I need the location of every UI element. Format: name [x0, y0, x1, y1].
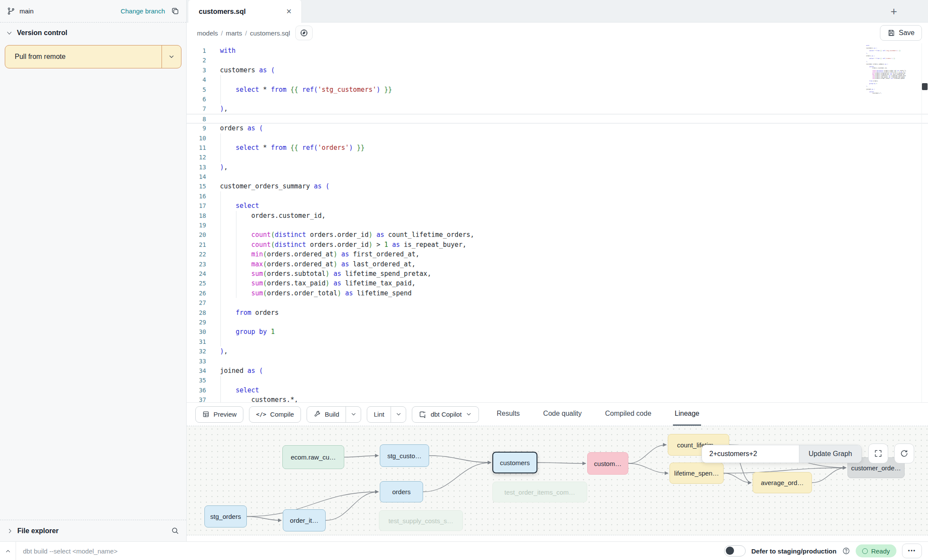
lineage-node-stg-orders[interactable]: stg_orders [204, 505, 247, 528]
panel-tab-compiled-code[interactable]: Compiled code [603, 403, 653, 426]
code-token: customers [220, 66, 255, 74]
code-line[interactable]: 25 sum(orders.tax_paid) as lifetime_tax_… [187, 278, 928, 288]
code-line[interactable]: 9orders as ( [187, 123, 928, 133]
code-line[interactable]: 8 [187, 114, 928, 123]
status-badge[interactable]: Ready [856, 544, 896, 557]
panel-tab-code-quality[interactable]: Code quality [541, 403, 583, 426]
line-code: select * from {{ ref('orders') }} [211, 143, 365, 152]
compile-button[interactable]: </> Compile [249, 406, 301, 423]
command-input[interactable]: dbt build --select <model_name> [23, 547, 724, 555]
lineage-node-average-order[interactable]: average_ord… [753, 472, 812, 493]
code-line[interactable]: 27 [187, 298, 928, 308]
copilot-compass-button[interactable] [295, 26, 313, 40]
code-line[interactable]: 6 [187, 94, 928, 104]
more-options-button[interactable]: ••• [902, 544, 922, 558]
lineage-node-customers-mart[interactable]: custom… [587, 452, 628, 475]
build-button[interactable]: Build [307, 406, 361, 423]
line-number: 31 [187, 337, 211, 346]
code-line[interactable]: 12 [187, 152, 928, 162]
copy-icon[interactable] [171, 7, 179, 15]
code-line[interactable]: 14 [187, 172, 928, 181]
pull-from-remote-button[interactable]: Pull from remote [5, 45, 181, 68]
minimap[interactable]: withcustomers as ( select * from {{ ref(… [866, 45, 906, 149]
pull-options-chevron[interactable] [162, 53, 181, 60]
breadcrumb-item[interactable]: marts [226, 29, 243, 37]
code-line[interactable]: 28 from orders [187, 308, 928, 317]
code-token [866, 92, 872, 94]
code-line[interactable]: 31 [187, 337, 928, 346]
code-token: , [224, 163, 228, 171]
code-line[interactable]: 11 select * from {{ ref('orders') }} [187, 143, 928, 152]
code-line[interactable]: 37 customers.*, [187, 395, 928, 403]
code-line[interactable]: 22 min(orders.ordered_at) as first_order… [187, 249, 928, 259]
code-line[interactable]: 5 select * from {{ ref('stg_customers') … [187, 85, 928, 94]
lineage-node-order-items[interactable]: order_it… [283, 509, 326, 531]
code-line[interactable]: 35 [187, 375, 928, 385]
code-line[interactable]: 36 select [187, 385, 928, 395]
dbt-copilot-button[interactable]: dbt Copilot [412, 406, 479, 423]
change-branch-link[interactable]: Change branch [120, 7, 165, 15]
fullscreen-button[interactable] [868, 443, 888, 463]
breadcrumb-item[interactable]: customers.sql [250, 29, 290, 37]
refresh-button[interactable] [894, 443, 914, 463]
code-line[interactable]: 10 [187, 133, 928, 143]
code-line[interactable]: 2 [187, 55, 928, 65]
lineage-graph[interactable]: 2+customers+2 Update Graph ecom.raw_cu…s… [187, 426, 928, 535]
build-options-chevron[interactable] [346, 407, 361, 422]
code-line[interactable]: 13), [187, 162, 928, 172]
code-line[interactable]: 15customer_orders_summary as ( [187, 181, 928, 191]
code-line[interactable]: 18 orders.customer_id, [187, 211, 928, 220]
help-icon[interactable] [842, 547, 850, 555]
code-line[interactable]: 20 count(distinct orders.order_id) as co… [187, 230, 928, 240]
lineage-node-test-order-items[interactable]: test_order_items_com… [492, 482, 587, 502]
code-line[interactable]: 29 [187, 317, 928, 327]
code-line[interactable]: 33 [187, 356, 928, 366]
code-line[interactable]: 30 group by 1 [187, 327, 928, 337]
lint-button[interactable]: Lint [367, 406, 406, 423]
code-line[interactable]: 26 sum(orders.order_total) as lifetime_s… [187, 288, 928, 298]
lineage-node-lifetime-spend[interactable]: lifetime_spen… [669, 463, 724, 484]
lineage-node-stg-customers[interactable]: stg_custo… [380, 444, 429, 467]
code-line[interactable]: 32), [187, 346, 928, 356]
defer-toggle[interactable] [724, 545, 746, 557]
version-control-header[interactable]: Version control [0, 23, 186, 43]
editor-scrollbar[interactable] [922, 43, 928, 402]
lineage-node-test-supply-costs[interactable]: test_supply_costs_s… [379, 510, 463, 531]
file-explorer-row[interactable]: File explorer [0, 520, 186, 541]
code-token: from [271, 144, 286, 152]
code-editor[interactable]: 1with23customers as (45 select * from {{… [187, 43, 928, 403]
code-line[interactable]: 21 count(distinct orders.order_id) > 1 a… [187, 240, 928, 249]
code-line[interactable]: 19 [187, 220, 928, 230]
command-bar-expand-button[interactable] [0, 548, 16, 554]
code-line[interactable]: 1with [187, 46, 928, 55]
new-tab-button[interactable]: + [882, 0, 905, 23]
panel-tab-lineage[interactable]: Lineage [673, 403, 701, 426]
search-icon[interactable] [171, 527, 179, 535]
panel-tab-results[interactable]: Results [495, 403, 521, 426]
save-button[interactable]: Save [880, 25, 922, 41]
tab-close-icon[interactable]: ✕ [285, 6, 294, 16]
code-line[interactable]: 24 sum(orders.subtotal) as lifetime_spen… [187, 269, 928, 278]
lineage-search-input[interactable]: 2+customers+2 [702, 445, 799, 463]
code-line[interactable]: 16 [187, 191, 928, 201]
code-line[interactable]: 4 [187, 75, 928, 84]
lineage-node-ecom-raw-customers[interactable]: ecom.raw_cu… [282, 445, 344, 469]
code-line[interactable]: 17 select [187, 201, 928, 210]
code-line[interactable]: 34joined as ( [187, 366, 928, 375]
update-graph-button[interactable]: Update Graph [799, 445, 861, 463]
preview-button[interactable]: Preview [195, 406, 243, 423]
breadcrumb-item[interactable]: models [197, 29, 218, 37]
code-line[interactable]: 7), [187, 104, 928, 113]
line-number: 33 [187, 356, 211, 366]
code-line[interactable]: 23 max(orders.ordered_at) as last_ordere… [187, 259, 928, 269]
lint-options-chevron[interactable] [391, 407, 406, 422]
sidebar-spacer [0, 68, 186, 520]
tab-customers-sql[interactable]: customers.sql ✕ [188, 0, 302, 23]
lineage-node-orders[interactable]: orders [380, 481, 423, 502]
code-token: orders.customer_id [251, 212, 322, 220]
editor-scrollbar-thumb[interactable] [922, 83, 928, 90]
code-line[interactable]: 3customers as ( [187, 65, 928, 75]
line-code [211, 220, 220, 230]
lineage-node-customers[interactable]: customers [492, 452, 537, 473]
code-token: 'orders' [318, 144, 349, 152]
